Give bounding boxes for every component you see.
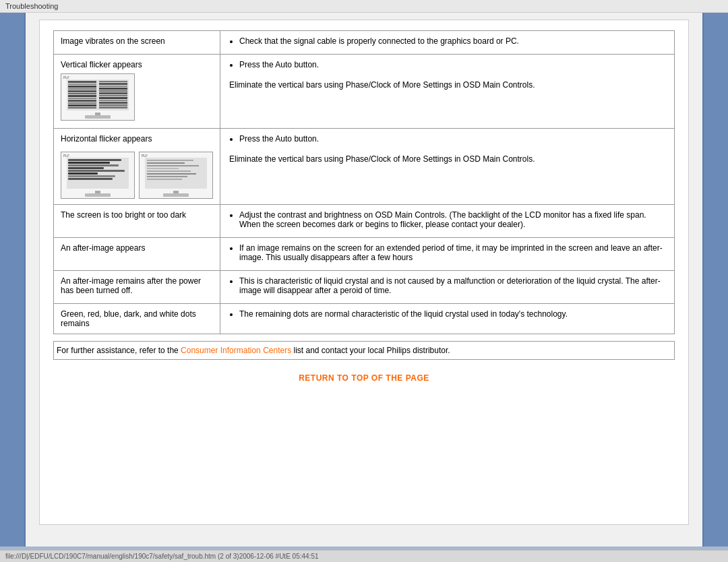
problem-text: Vertical flicker appears	[61, 60, 213, 69]
solution-cell: Adjust the contrast and brightness on OS…	[220, 205, 675, 238]
solution-item: Check that the signal cable is properly …	[239, 36, 667, 46]
table-row: Green, red, blue, dark, and white dots r…	[54, 304, 675, 334]
flicker-line	[68, 175, 115, 177]
footer-text-after: list and contact your local Philips dist…	[291, 346, 450, 355]
main-layout: Image vibrates on the screen Check that …	[0, 13, 728, 547]
problem-text: An after-image appears	[61, 243, 145, 253]
problem-cell: An after-image appears	[54, 238, 220, 271]
table-row: Vertical flicker appears PLF	[54, 55, 675, 129]
problem-cell: The screen is too bright or too dark	[54, 205, 220, 238]
monitor-image-1: PLF	[61, 152, 135, 199]
solution-item: This is characteristic of liquid crystal…	[239, 276, 667, 295]
left-sidebar	[0, 13, 26, 547]
monitor-screen	[67, 80, 129, 111]
right-sidebar	[702, 13, 728, 547]
solution-item: Press the Auto button.	[239, 60, 667, 69]
solution-text: Eliminate the vertical bars using Phase/…	[229, 154, 667, 164]
monitor-image-2: PLF	[139, 152, 213, 199]
problem-text: The screen is too bright or too dark	[61, 210, 186, 220]
solution-item: If an image remains on the screen for an…	[239, 243, 667, 262]
solution-cell: Press the Auto button. Eliminate the ver…	[220, 129, 675, 205]
problem-text: An after-image remains after the power h…	[61, 276, 201, 295]
problem-cell: Horizontal flicker appears PLF	[54, 129, 220, 205]
top-bar: Troubleshooting	[0, 0, 728, 13]
problem-cell: Vertical flicker appears PLF	[54, 55, 220, 129]
solution-cell: Check that the signal cable is properly …	[220, 31, 675, 55]
bottom-bar: file:///D|/EDFU/LCD/190C7/manual/english…	[0, 550, 728, 562]
troubleshooting-table: Image vibrates on the screen Check that …	[53, 30, 675, 334]
solution-item: Adjust the contrast and brightness on OS…	[239, 210, 667, 229]
problem-cell: An after-image remains after the power h…	[54, 271, 220, 304]
solution-cell: If an image remains on the screen for an…	[220, 238, 675, 271]
flicker-line	[68, 162, 110, 164]
flicker-line	[68, 170, 125, 172]
problem-cell: Image vibrates on the screen	[54, 31, 220, 55]
monitor-base	[85, 193, 111, 197]
table-row: An after-image appears If an image remai…	[54, 238, 675, 271]
solution-item	[229, 72, 667, 77]
consumer-info-link[interactable]: Consumer Information Centers	[181, 346, 291, 355]
solution-cell: Press the Auto button. Eliminate the ver…	[220, 55, 675, 129]
problem-cell: Green, red, blue, dark, and white dots r…	[54, 304, 220, 334]
flicker-line	[68, 173, 98, 175]
flicker-line	[68, 167, 104, 169]
solution-item: Press the Auto button.	[239, 134, 667, 144]
horizontal-flicker-images: PLF	[61, 148, 213, 199]
return-link-text: RETURN TO TOP OF THE PAGE	[299, 373, 429, 383]
solution-text: Eliminate the vertical bars using Phase/…	[229, 80, 667, 90]
footer-note: For further assistance, refer to the Con…	[53, 341, 675, 360]
content-area: Image vibrates on the screen Check that …	[26, 13, 702, 547]
flicker-line	[68, 159, 121, 161]
top-bar-label: Troubleshooting	[5, 2, 58, 10]
return-to-top-link[interactable]: RETURN TO TOP OF THE PAGE	[53, 373, 675, 383]
table-row: Image vibrates on the screen Check that …	[54, 31, 675, 55]
monitor-base	[163, 193, 189, 197]
problem-text: Image vibrates on the screen	[61, 36, 165, 46]
h-flicker-lines	[67, 158, 129, 181]
monitor-base	[85, 115, 111, 119]
monitor-screen	[145, 158, 207, 189]
bottom-bar-url: file:///D|/EDFU/LCD/190C7/manual/english…	[5, 553, 319, 560]
flicker-line	[68, 164, 119, 166]
flicker-line	[68, 178, 113, 180]
monitor-screen	[67, 158, 129, 189]
problem-text: Horizontal flicker appears	[61, 134, 213, 144]
table-row: Horizontal flicker appears PLF	[54, 129, 675, 205]
solution-cell: The remaining dots are normal characteri…	[220, 304, 675, 334]
table-row: An after-image remains after the power h…	[54, 271, 675, 304]
problem-text: Green, red, blue, dark, and white dots r…	[61, 309, 196, 328]
footer-text-before: For further assistance, refer to the	[57, 346, 181, 355]
vertical-flicker-image: PLF	[61, 73, 135, 121]
solution-item	[229, 146, 667, 152]
table-row: The screen is too bright or too dark Adj…	[54, 205, 675, 238]
solution-cell: This is characteristic of liquid crystal…	[220, 271, 675, 304]
page-wrapper: Image vibrates on the screen Check that …	[39, 20, 689, 525]
solution-item: The remaining dots are normal characteri…	[239, 309, 667, 319]
